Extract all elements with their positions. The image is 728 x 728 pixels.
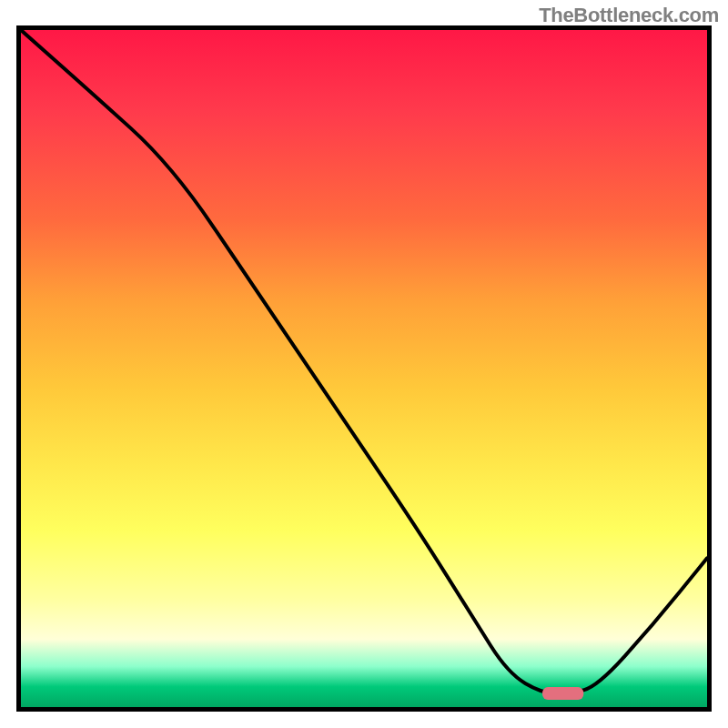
chart-stage: TheBottleneck.com bbox=[0, 0, 728, 728]
watermark-text: TheBottleneck.com bbox=[539, 4, 719, 27]
plot-gradient bbox=[21, 30, 707, 707]
